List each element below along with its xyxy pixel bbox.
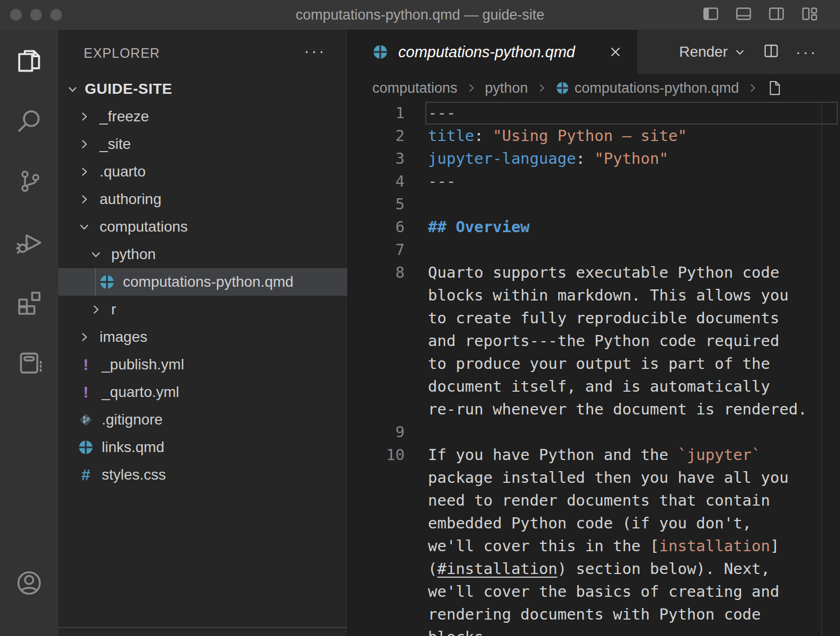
quarto-icon (556, 81, 569, 95)
tree-item-label: authoring (100, 191, 162, 208)
explorer-more-actions-icon[interactable]: ··· (304, 46, 326, 56)
sidebar-section-guide-site[interactable]: GUIDE-SITE (58, 75, 347, 103)
code-text: rendering documents with Python code (405, 603, 761, 626)
breadcrumb-label: python (485, 80, 528, 96)
split-editor-icon[interactable] (763, 42, 780, 61)
line-number: 7 (348, 238, 405, 261)
tree-item-computations[interactable]: computations (58, 213, 347, 241)
line-number (348, 466, 405, 489)
explorer-sidebar: EXPLORER ··· GUIDE-SITE _freeze_site.qua… (58, 30, 348, 636)
more-actions-icon[interactable]: ··· (796, 47, 818, 57)
code-line: 1--- (348, 102, 840, 125)
quarto-icon (372, 44, 389, 60)
code-text: package installed then you have all you (405, 466, 789, 489)
code-text (405, 421, 428, 444)
code-line: re-run whenever the document is rendered… (348, 398, 840, 421)
indent-guide (95, 268, 96, 296)
breadcrumb-label: computations-python.qmd (575, 80, 739, 96)
code-text (405, 238, 428, 261)
tree-item-styles-css[interactable]: #styles.css (58, 461, 347, 489)
tree-item-label: _site (100, 136, 131, 153)
layout-sidebar-left-icon[interactable] (701, 4, 720, 25)
line-number: 4 (348, 170, 405, 193)
breadcrumb-label: computations (372, 80, 458, 96)
breadcrumb-item-python[interactable]: python (485, 80, 528, 96)
breadcrumb-item-computations-python-qmd[interactable]: computations-python.qmd (556, 80, 739, 96)
code-line: (#installation) section below). Next, (348, 558, 840, 580)
tree-item-r[interactable]: r (58, 296, 347, 323)
css-icon: # (77, 467, 94, 483)
notebook-icon[interactable] (15, 349, 43, 377)
run-debug-icon[interactable] (15, 228, 43, 257)
tree-item--freeze[interactable]: _freeze (58, 103, 347, 130)
code-line: 5 (348, 193, 840, 216)
activity-bar (0, 30, 58, 636)
line-number: 8 (348, 261, 405, 284)
tree-item--quarto[interactable]: .quarto (58, 158, 347, 186)
tree-item-label: computations-python.qmd (123, 273, 293, 290)
code-text: --- (405, 170, 455, 193)
chevron-right-icon (77, 138, 91, 151)
tree-item-label: _freeze (100, 108, 149, 125)
title-bar: computations-python.qmd — guide-site (0, 0, 840, 30)
chevron-down-icon (66, 83, 79, 95)
layout-panel-icon[interactable] (734, 4, 753, 25)
yaml-icon: ! (77, 384, 94, 400)
chevron-right-icon (466, 82, 477, 94)
tree-item-computations-python-qmd[interactable]: computations-python.qmd (58, 268, 347, 296)
line-number (348, 307, 405, 330)
code-line: document itself, and is automatically (348, 375, 840, 398)
quarto-icon (99, 274, 115, 290)
tree-item-label: python (111, 246, 156, 263)
extensions-icon[interactable] (15, 288, 43, 317)
yaml-icon: ! (77, 357, 94, 373)
tree-item-authoring[interactable]: authoring (58, 186, 347, 213)
code-text: If you have Python and the `jupyter` (405, 444, 761, 466)
chevron-right-icon (77, 165, 91, 178)
tree-item-images[interactable]: images (58, 323, 347, 351)
layout-sidebar-right-icon[interactable] (767, 4, 786, 25)
tree-item--publish-yml[interactable]: !_publish.yml (58, 351, 347, 378)
tree-item--site[interactable]: _site (58, 130, 347, 158)
code-line: to create fully reproducible documents (348, 307, 840, 330)
line-number: 10 (348, 444, 405, 466)
code-line: we'll cover the basics of creating and (348, 580, 840, 603)
editor-group: computations-python.qmd Render ··· compu… (348, 30, 840, 636)
line-number (348, 603, 405, 626)
line-number: 9 (348, 421, 405, 444)
explorer-icon[interactable] (15, 47, 43, 75)
line-number: 5 (348, 193, 405, 216)
tab-computations-python[interactable]: computations-python.qmd (348, 30, 637, 74)
code-line: blocks within markdown. This allows you (348, 284, 840, 307)
chevron-down-icon (77, 220, 91, 233)
code-line: rendering documents with Python code (348, 603, 840, 626)
tree-item-links-qmd[interactable]: links.qmd (58, 434, 347, 461)
line-number (348, 489, 405, 512)
line-number (348, 535, 405, 558)
tree-item-label: r (111, 301, 116, 318)
code-line: 6## Overview (348, 216, 840, 238)
search-icon[interactable] (15, 107, 43, 135)
outline-section[interactable]: OUTLINE (58, 627, 347, 636)
render-button[interactable]: Render (679, 43, 747, 60)
breadcrumb-item-computations[interactable]: computations (372, 80, 458, 96)
code-text: we'll cover this in the [installation] (405, 535, 779, 558)
git-icon (77, 412, 94, 428)
tab-bar: computations-python.qmd Render ··· (348, 30, 840, 74)
code-editor[interactable]: 1---2title: "Using Python — site"3jupyte… (348, 102, 840, 636)
breadcrumb-item[interactable] (766, 80, 782, 96)
tree-item--gitignore[interactable]: .gitignore (58, 406, 347, 434)
line-number (348, 398, 405, 421)
editor-actions: Render ··· (637, 30, 840, 74)
line-number (348, 352, 405, 375)
code-line: 2title: "Using Python — site" (348, 125, 840, 147)
account-icon[interactable] (15, 569, 43, 597)
code-line: and reports---the Python code required (348, 330, 840, 352)
code-line: 3jupyter-language: "Python" (348, 147, 840, 170)
source-control-icon[interactable] (15, 167, 43, 196)
tree-item-python[interactable]: python (58, 241, 347, 268)
customize-layout-icon[interactable] (800, 4, 819, 25)
tree-item--quarto-yml[interactable]: !_quarto.yml (58, 378, 347, 406)
close-icon[interactable] (607, 44, 623, 60)
line-number: 2 (348, 125, 405, 147)
